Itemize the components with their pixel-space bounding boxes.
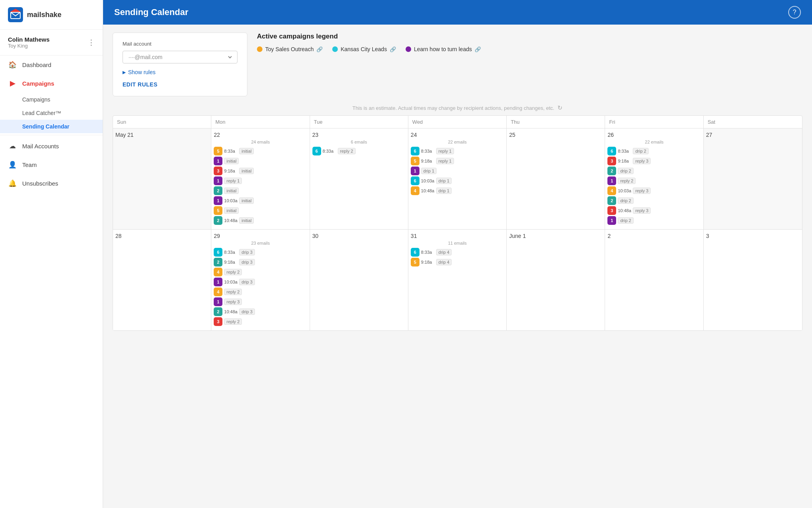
campaigns-label: Campaigns — [22, 80, 54, 87]
email-time: 10:48a — [618, 208, 631, 213]
email-badge: 1 — [214, 297, 222, 306]
email-badge: 1 — [607, 176, 616, 185]
email-badge: 2 — [607, 167, 616, 175]
cal-day-0-5: 2622 emails68:33adrip 239:18areply 32dri… — [605, 128, 703, 229]
email-badge: 6 — [411, 147, 419, 155]
day-number: June 1 — [509, 233, 602, 239]
page-content: Mail account ····@mail.com ▶ Show rules … — [103, 25, 812, 508]
email-type: drip 4 — [436, 259, 452, 265]
legend-title: Active campaigns legend — [257, 33, 802, 40]
email-count: 22 emails — [411, 140, 504, 144]
calendar-week-0: May 212224 emails58:33ainitial1initial39… — [113, 128, 802, 230]
refresh-icon[interactable]: ↻ — [557, 104, 563, 111]
email-type: drip 3 — [239, 259, 255, 265]
email-row: 68:33adrip 2 — [607, 147, 701, 155]
email-row: 59:18adrip 4 — [411, 258, 504, 266]
email-type: initial — [239, 197, 254, 204]
sidebar-item-sending-calendar[interactable]: Sending Calendar — [0, 120, 103, 133]
legend-items: Toy Sales Outreach 🔗 Kansas City Leads 🔗… — [257, 46, 802, 52]
edit-rules-button[interactable]: EDIT RULES — [123, 81, 157, 88]
sidebar-item-dashboard[interactable]: 🏠 Dashboard — [0, 56, 103, 74]
email-badge: 1 — [214, 176, 222, 185]
email-row: 5initial — [214, 206, 307, 215]
email-type: drip 3 — [239, 249, 255, 255]
day-number: 27 — [706, 132, 800, 138]
email-row: 110:03adrip 3 — [214, 278, 307, 286]
link-icon-2: 🔗 — [475, 46, 481, 52]
email-time: 10:03a — [618, 188, 631, 193]
email-type: initial — [239, 217, 254, 224]
day-number: 22 — [214, 132, 307, 138]
email-row: 68:33areply 1 — [411, 147, 504, 155]
legend-name-1: Kansas City Leads — [341, 46, 387, 52]
sending-calendar-label: Sending Calendar — [22, 123, 69, 130]
email-badge: 1 — [214, 278, 222, 286]
email-type: drip 4 — [436, 249, 452, 255]
email-badge: 1 — [411, 167, 419, 175]
help-button[interactable]: ? — [788, 6, 801, 19]
user-menu-icon[interactable]: ⋮ — [88, 38, 95, 47]
email-badge: 2 — [214, 186, 222, 195]
sidebar-item-lead-catcher[interactable]: Lead Catcher™ — [0, 106, 103, 120]
email-badge: 6 — [411, 248, 419, 257]
day-number: 26 — [607, 132, 701, 138]
email-time: 10:03a — [224, 198, 237, 203]
cal-day-1-0: 28 — [113, 230, 211, 330]
email-row: 110:03ainitial — [214, 196, 307, 205]
team-label: Team — [22, 161, 37, 168]
user-name: Colin Mathews — [8, 36, 50, 43]
campaigns-sub-label: Campaigns — [22, 96, 50, 103]
user-section: Colin Mathews Toy King ⋮ — [0, 30, 103, 56]
email-type: drip 1 — [436, 188, 452, 194]
email-badge: 5 — [411, 258, 419, 266]
email-badge: 2 — [214, 307, 222, 316]
email-type: drip 2 — [618, 197, 634, 204]
email-badge: 2 — [214, 216, 222, 225]
email-type: initial — [224, 207, 239, 214]
help-icon: ? — [793, 9, 797, 16]
mail-account-select[interactable]: ····@mail.com — [127, 54, 233, 61]
cal-day-1-5: 2 — [605, 230, 703, 330]
campaigns-arrow-icon: ▶ — [8, 79, 17, 88]
legend-dot-0 — [257, 46, 262, 52]
email-type: initial — [239, 148, 254, 154]
email-time: 8:33a — [323, 149, 336, 153]
email-row: 310:48areply 3 — [607, 206, 701, 215]
mail-accounts-icon: ☁ — [8, 142, 17, 150]
email-row: 3reply 2 — [214, 317, 307, 326]
sidebar-divider-1 — [0, 135, 103, 135]
email-row: 210:48ainitial — [214, 216, 307, 225]
sidebar-item-unsubscribes[interactable]: 🔔 Unsubscribes — [0, 174, 103, 193]
sidebar-item-campaigns[interactable]: ▶ Campaigns — [0, 74, 103, 93]
legend-item-0: Toy Sales Outreach 🔗 — [257, 46, 323, 52]
sidebar-item-mail-accounts[interactable]: ☁ Mail Accounts — [0, 137, 103, 155]
email-type: drip 2 — [633, 148, 649, 154]
cal-header-sat: Sat — [704, 116, 802, 128]
logo-text: mailshake — [27, 11, 61, 19]
lead-catcher-label: Lead Catcher™ — [22, 110, 61, 116]
email-row: 68:33adrip 4 — [411, 248, 504, 257]
cal-day-0-6: 27 — [704, 128, 802, 229]
calendar-header: SunMonTueWedThuFriSat — [113, 116, 802, 128]
legend-dot-2 — [406, 46, 411, 52]
email-type: reply 3 — [633, 207, 651, 214]
cal-day-1-3: 3111 emails68:33adrip 459:18adrip 4 — [408, 230, 507, 330]
email-time: 8:33a — [618, 149, 631, 153]
email-badge: 1 — [214, 157, 222, 165]
email-row: 1reply 1 — [214, 176, 307, 185]
email-type: reply 2 — [224, 269, 242, 275]
email-type: reply 3 — [633, 188, 651, 194]
show-rules-toggle[interactable]: ▶ Show rules — [123, 69, 237, 75]
link-icon-0: 🔗 — [316, 46, 323, 52]
email-count: 11 emails — [411, 241, 504, 245]
email-badge: 3 — [214, 167, 222, 175]
sidebar-item-campaigns-sub[interactable]: Campaigns — [0, 93, 103, 106]
sidebar-item-team[interactable]: 👤 Team — [0, 155, 103, 174]
email-time: 9:18a — [421, 260, 435, 265]
email-type: drip 3 — [239, 279, 255, 285]
email-row: 68:33adrip 3 — [214, 248, 307, 257]
email-time: 10:03a — [421, 178, 435, 183]
email-time: 10:48a — [421, 188, 435, 193]
email-badge: 4 — [411, 186, 419, 195]
email-badge: 6 — [312, 147, 321, 155]
